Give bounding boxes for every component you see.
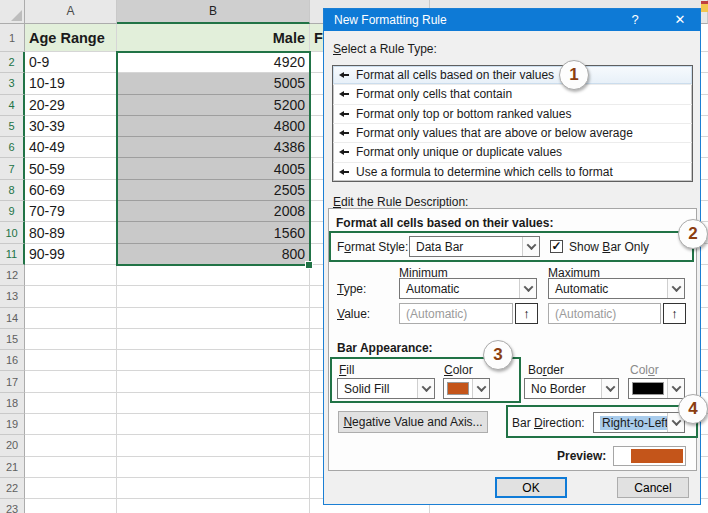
cell-col-b[interactable]	[117, 499, 310, 513]
cell-col-a[interactable]: 40-49	[25, 137, 117, 158]
row-header[interactable]: 21	[0, 457, 25, 478]
cell-col-b[interactable]: 2505	[117, 180, 310, 201]
cell-col-a[interactable]: Age Range	[25, 24, 117, 52]
cell-col-b[interactable]	[117, 457, 310, 478]
row-header[interactable]: 18	[0, 393, 25, 414]
border-color-dropdown[interactable]	[628, 378, 685, 399]
rule-type-option[interactable]: Format only cells that contain	[333, 85, 692, 104]
cell-col-a[interactable]	[25, 478, 117, 499]
cell-col-a[interactable]: 90-99	[25, 244, 117, 265]
dialog-titlebar[interactable]: New Formatting Rule ? ✕	[324, 9, 700, 31]
cell-col-b[interactable]	[117, 478, 310, 499]
minimum-type-dropdown[interactable]: Automatic	[399, 278, 537, 299]
cell-col-a[interactable]: 50-59	[25, 158, 117, 179]
show-bar-only-checkbox[interactable]: ✓	[550, 240, 563, 253]
maximum-value-field[interactable]: (Automatic)	[548, 303, 661, 324]
cell-col-a[interactable]	[25, 414, 117, 435]
row-header[interactable]: 2	[0, 52, 25, 73]
row-header[interactable]: 19	[0, 414, 25, 435]
row-header[interactable]: 7	[0, 158, 25, 179]
selection-fill-handle[interactable]	[305, 261, 313, 269]
select-all-corner[interactable]	[0, 0, 25, 24]
ok-button[interactable]: OK	[495, 477, 567, 498]
cell-col-a[interactable]	[25, 457, 117, 478]
row-header[interactable]: 15	[0, 329, 25, 350]
row-header[interactable]: 12	[0, 265, 25, 286]
row-header[interactable]: 3	[0, 73, 25, 94]
chevron-down-icon[interactable]	[417, 379, 434, 398]
cell-col-a[interactable]: 10-19	[25, 73, 117, 94]
rule-type-option[interactable]: Use a formula to determine which cells t…	[333, 163, 692, 181]
row-header[interactable]: 13	[0, 286, 25, 307]
column-header-a[interactable]: A	[25, 0, 117, 24]
rule-type-option[interactable]: Format only top or bottom ranked values	[333, 105, 692, 124]
cell-col-b[interactable]: 800	[117, 244, 310, 265]
format-style-dropdown[interactable]: Data Bar	[409, 236, 540, 257]
cell-col-b[interactable]: 4386	[117, 137, 310, 158]
negative-value-axis-button[interactable]: Negative Value and Axis...	[338, 411, 488, 433]
cell-col-b[interactable]	[117, 265, 310, 286]
cell-col-a[interactable]	[25, 499, 117, 513]
row-header[interactable]: 11	[0, 244, 25, 265]
border-dropdown[interactable]: No Border	[524, 378, 619, 399]
cell-col-a[interactable]	[25, 435, 117, 456]
help-icon[interactable]: ?	[627, 12, 643, 27]
row-header[interactable]: 9	[0, 201, 25, 222]
cell-col-a[interactable]: 20-29	[25, 95, 117, 116]
fill-color-dropdown[interactable]	[443, 378, 490, 399]
cell-col-b[interactable]: 5200	[117, 95, 310, 116]
row-header[interactable]: 14	[0, 308, 25, 329]
cell-col-b[interactable]: 1560	[117, 222, 310, 243]
chevron-down-icon[interactable]	[667, 279, 684, 298]
cell-col-b[interactable]	[117, 308, 310, 329]
row-header[interactable]: 4	[0, 95, 25, 116]
cell-col-b[interactable]	[117, 393, 310, 414]
row-header[interactable]: 23	[0, 499, 25, 513]
chevron-down-icon[interactable]	[522, 237, 539, 256]
cell-col-a[interactable]	[25, 329, 117, 350]
close-icon[interactable]: ✕	[672, 12, 688, 27]
cell-col-b[interactable]: 5005	[117, 73, 310, 94]
cell-col-a[interactable]: 70-79	[25, 201, 117, 222]
cell-col-b[interactable]: 4920	[117, 52, 310, 73]
cell-col-b[interactable]: 4005	[117, 158, 310, 179]
bar-direction-dropdown[interactable]: Right-to-Left	[593, 412, 685, 433]
row-header[interactable]: 1	[0, 24, 25, 52]
row-header[interactable]: 10	[0, 222, 25, 243]
cell-col-b[interactable]	[117, 371, 310, 392]
chevron-down-icon[interactable]	[472, 379, 489, 398]
cell-col-a[interactable]: 0-9	[25, 52, 117, 73]
cell-col-a[interactable]	[25, 265, 117, 286]
cell-col-b[interactable]	[117, 350, 310, 371]
cell-col-b[interactable]: Male	[117, 24, 310, 52]
column-header-b[interactable]: B	[117, 0, 310, 24]
row-header[interactable]: 22	[0, 478, 25, 499]
maximum-collapse-button[interactable]: ↑	[663, 303, 686, 324]
minimum-collapse-button[interactable]: ↑	[515, 303, 538, 324]
rule-type-option[interactable]: Format only values that are above or bel…	[333, 124, 692, 143]
fill-dropdown[interactable]: Solid Fill	[337, 378, 435, 399]
chevron-down-icon[interactable]	[519, 279, 536, 298]
cell-col-b[interactable]	[117, 414, 310, 435]
cell-col-a[interactable]	[25, 350, 117, 371]
maximum-type-dropdown[interactable]: Automatic	[548, 278, 685, 299]
row-header[interactable]: 8	[0, 180, 25, 201]
cell-col-b[interactable]	[117, 329, 310, 350]
cell-col-a[interactable]: 30-39	[25, 116, 117, 137]
cell-col-b[interactable]	[117, 286, 310, 307]
minimum-value-field[interactable]: (Automatic)	[399, 303, 513, 324]
row-header[interactable]: 20	[0, 435, 25, 456]
cell-col-a[interactable]	[25, 371, 117, 392]
cell-col-a[interactable]	[25, 393, 117, 414]
rule-type-option[interactable]: Format only unique or duplicate values	[333, 143, 692, 162]
row-header[interactable]: 16	[0, 350, 25, 371]
row-header[interactable]: 6	[0, 137, 25, 158]
cell-col-b[interactable]: 4800	[117, 116, 310, 137]
cell-col-a[interactable]: 80-89	[25, 222, 117, 243]
cell-col-a[interactable]: 60-69	[25, 180, 117, 201]
chevron-down-icon[interactable]	[601, 379, 618, 398]
rule-type-option[interactable]: Format all cells based on their values	[333, 66, 692, 85]
chevron-down-icon[interactable]	[667, 379, 684, 398]
cell-col-a[interactable]	[25, 308, 117, 329]
cell-col-b[interactable]	[117, 435, 310, 456]
